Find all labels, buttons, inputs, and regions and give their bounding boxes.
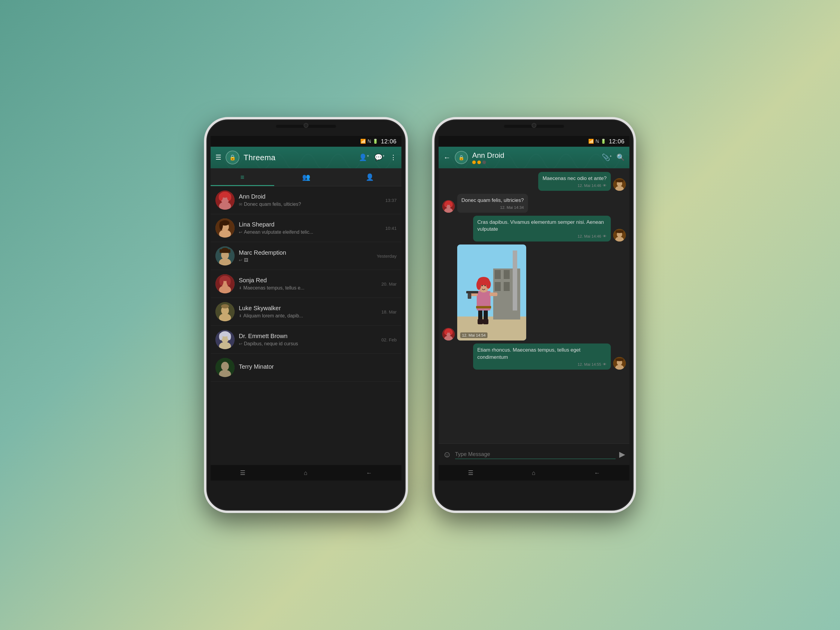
- conv-meta-dr-emmett-brown: 02. Feb: [381, 337, 396, 342]
- svg-rect-62: [504, 270, 510, 279]
- tab-bar-left: ≡ 👥 👤: [211, 168, 401, 186]
- tab-chats[interactable]: ≡: [211, 168, 274, 186]
- svg-point-46: [450, 202, 453, 207]
- camera-left: [303, 123, 308, 128]
- conv-info-sonja-red: Sonja Red ⬇ Maecenas tempus, tellus e...: [239, 277, 377, 291]
- svg-point-56: [444, 330, 447, 335]
- nav-menu-right[interactable]: ☰: [468, 469, 474, 477]
- message-input-field[interactable]: [455, 450, 616, 459]
- threema-logo: 🔒: [226, 151, 239, 164]
- msg-bubble-1: Maecenas nec odio et ante? 12. Mai 14:46…: [538, 172, 611, 191]
- msg-avatar-1: [613, 178, 626, 191]
- conv-sonja-red[interactable]: Sonja Red ⬇ Maecenas tempus, tellus e...…: [211, 270, 401, 298]
- nav-back-right[interactable]: ←: [594, 469, 600, 477]
- back-button[interactable]: ←: [444, 153, 451, 162]
- menu-icon-left[interactable]: ☰: [215, 153, 221, 161]
- conv-info-luke-skywalker: Luke Skywalker ⬇ Aliquam lorem ante, dap…: [239, 305, 377, 319]
- nav-back-left[interactable]: ←: [366, 469, 372, 477]
- conv-info-dr-emmett-brown: Dr. Emmett Brown ↩ Dapibus, neque id cur…: [239, 333, 377, 346]
- conv-dr-emmett-brown[interactable]: Dr. Emmett Brown ↩ Dapibus, neque id cur…: [211, 326, 401, 354]
- add-group-icon[interactable]: 💬+: [374, 153, 385, 161]
- conv-luke-skywalker[interactable]: Luke Skywalker ⬇ Aliquam lorem ante, dap…: [211, 298, 401, 326]
- wifi-icon: 📶: [360, 139, 366, 144]
- search-icon[interactable]: 🔍: [616, 153, 625, 161]
- vol-up-left: [204, 185, 205, 204]
- tab-profile[interactable]: 👤: [338, 168, 401, 186]
- conv-time-lina-shepard: 10:41: [385, 226, 396, 231]
- conv-time-ann-droid: 13:37: [385, 198, 396, 203]
- power-button-left: [407, 179, 408, 204]
- svg-point-10: [219, 221, 223, 230]
- conv-ann-droid[interactable]: Ann Droid ✉ Donec quam felis, ulticies? …: [211, 186, 401, 214]
- dot-2: [477, 161, 481, 164]
- envelope-icon: ✉: [239, 202, 242, 207]
- chat-avatar-lock: 🔒: [458, 155, 464, 161]
- msg-text-3: Cras dapibus. Vivamus elementum semper n…: [477, 219, 606, 233]
- vol-down-left: [204, 209, 205, 227]
- msg-avatar-5: [613, 357, 626, 369]
- svg-rect-86: [616, 358, 624, 361]
- nav-home-right[interactable]: ⌂: [532, 469, 535, 477]
- msg-bubble-5: Etiam rhoncus. Maecenas tempus, tellus e…: [473, 344, 611, 369]
- dot-3: [482, 161, 486, 164]
- conv-time-sonja-red: 20. Mar: [381, 281, 396, 286]
- msg-meta-3: 12. Mai 14:46 👁: [477, 234, 606, 238]
- send-button[interactable]: ▶: [619, 450, 625, 459]
- header-actions-left: 👤+ 💬+ ⋮: [359, 153, 396, 161]
- msg-text-1: Maecenas nec odio et ante?: [542, 175, 606, 182]
- signal-icon: ℕ: [368, 139, 371, 144]
- conv-marc-redemption[interactable]: Marc Redemption ↩ 🖼 Yesterday: [211, 242, 401, 270]
- reply-icon-lina: ↩: [239, 230, 242, 235]
- avatar-ann-droid: [215, 191, 235, 210]
- messages-container: Maecenas nec odio et ante? 12. Mai 14:46…: [439, 168, 629, 444]
- svg-point-80: [482, 285, 483, 286]
- nav-home-left[interactable]: ⌂: [304, 469, 308, 477]
- msg-avatar-2: [442, 200, 455, 213]
- conv-name-marc-redemption: Marc Redemption: [239, 249, 373, 256]
- conv-meta-marc-redemption: Yesterday: [377, 254, 396, 259]
- emoji-button[interactable]: ☺: [443, 450, 452, 459]
- app-header-left: ☰ 🔒 Threema 👤+ 💬+ ⋮: [211, 147, 401, 168]
- more-menu-icon[interactable]: ⋮: [390, 153, 396, 161]
- msg-image-time: 12. Mai 14:54: [460, 332, 488, 338]
- svg-rect-71: [476, 306, 491, 308]
- msg-avatar-3: [613, 229, 626, 242]
- svg-point-4: [219, 194, 223, 201]
- conv-preview-sonja-red: ⬇ Maecenas tempus, tellus e...: [239, 285, 377, 291]
- download-icon-sonja: ⬇: [239, 286, 242, 290]
- app-title: Threema: [243, 153, 355, 162]
- msg-meta-1: 12. Mai 14:46 👁: [542, 183, 606, 188]
- conv-meta-ann-droid: 13:37: [385, 198, 396, 203]
- svg-rect-40: [616, 180, 624, 182]
- msg-time-1: 12. Mai 14:46: [578, 183, 601, 188]
- left-phone: 📶 ℕ 🔋 12:06 ☰ 🔒 Threema 👤+ 💬+ ⋮: [204, 117, 408, 513]
- svg-rect-73: [489, 292, 497, 296]
- svg-rect-74: [466, 291, 478, 294]
- conv-name-sonja-red: Sonja Red: [239, 277, 377, 284]
- message-input-bar: ☺ ▶: [439, 444, 629, 465]
- attach-icon[interactable]: 📎+: [602, 153, 612, 161]
- msg-avatar-4: [442, 328, 455, 341]
- msg-time-5: 12. Mai 14:55: [578, 362, 601, 366]
- tab-contacts[interactable]: 👥: [274, 168, 338, 186]
- chat-header-actions: 📎+ 🔍: [602, 153, 625, 161]
- status-bar-left: 📶 ℕ 🔋 12:06: [211, 136, 401, 147]
- conv-time-dr-emmett-brown: 02. Feb: [381, 337, 396, 342]
- svg-point-32: [227, 333, 231, 340]
- status-icons-right: 📶 ℕ 🔋: [588, 139, 606, 144]
- conv-preview-dr-emmett-brown: ↩ Dapibus, neque id cursus: [239, 341, 377, 346]
- conv-info-ann-droid: Ann Droid ✉ Donec quam felis, ulticies?: [239, 193, 381, 207]
- svg-rect-75: [468, 294, 471, 299]
- msg-row-1: Maecenas nec odio et ante? 12. Mai 14:46…: [442, 172, 626, 191]
- conv-lina-shepard[interactable]: Lina Shepard ↩ Aenean vulputate eleifend…: [211, 214, 401, 242]
- svg-point-57: [450, 330, 453, 335]
- add-contact-icon[interactable]: 👤+: [359, 153, 369, 161]
- svg-point-45: [444, 202, 447, 207]
- bottom-nav-left: ☰ ⌂ ←: [211, 465, 401, 481]
- msg-image-4[interactable]: 12. Mai 14:54: [457, 245, 526, 341]
- msg-seen-1: 👁: [603, 183, 606, 188]
- svg-point-21: [226, 277, 231, 286]
- conv-terry-minator[interactable]: Terry Minator: [211, 354, 401, 382]
- avatar-sonja-red: [215, 274, 235, 294]
- nav-menu-left[interactable]: ☰: [240, 469, 245, 477]
